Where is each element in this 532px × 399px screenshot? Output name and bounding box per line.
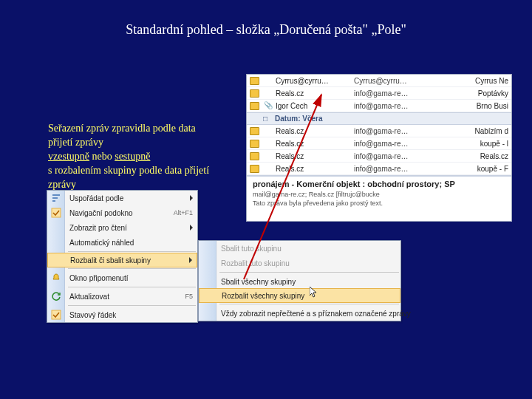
mail-email: info@gama-re… xyxy=(354,165,428,173)
menu-item[interactable]: Zobrazit pro čtení xyxy=(47,220,197,235)
submenu-item-label: Sbalit tuto skupinu xyxy=(221,245,282,253)
menu-item-label: Zobrazit pro čtení xyxy=(69,224,127,232)
mail-email: info@gama-re… xyxy=(354,89,428,98)
desc-asc: vzestupně xyxy=(48,151,89,162)
menu-item[interactable]: Stavový řádek xyxy=(47,307,197,322)
menu-item-label: Okno připomenutí xyxy=(69,274,129,282)
mail-icon xyxy=(250,165,259,173)
preview-subject: pronájem - Komerční objekt : obchodní pr… xyxy=(253,180,505,188)
mail-icon xyxy=(250,102,259,110)
refresh-icon xyxy=(50,290,62,302)
mail-row[interactable]: Reals.czinfo@gama-re…Poptávky xyxy=(247,87,511,100)
mail-row[interactable]: Reals.czinfo@gama-re…Nabízím d xyxy=(247,125,511,137)
submenu-item-label: Rozbalit všechny skupiny xyxy=(222,292,304,300)
preview-meta1: mail@gama-re.cz; Reals.cz [filtrujc@buck… xyxy=(253,191,505,198)
desc-desc: sestupně xyxy=(115,151,150,162)
blank-icon xyxy=(51,255,63,267)
menu-item[interactable]: Automatický náhled xyxy=(47,235,197,250)
menu-item-label: Stavový řádek xyxy=(69,311,116,319)
menu-separator xyxy=(68,305,196,306)
view-context-menu: Uspořádat podleNavigační podoknoAlt+F1Zo… xyxy=(47,190,198,323)
mail-email: info@gama-re… xyxy=(354,152,428,160)
mail-icon xyxy=(250,127,259,135)
bell-icon xyxy=(50,272,62,284)
svg-rect-1 xyxy=(52,310,61,319)
mail-email: info@gama-re… xyxy=(354,127,428,135)
submenu-item-label: Rozbalit tuto skupinu xyxy=(221,259,290,267)
submenu-arrow-icon xyxy=(190,225,193,231)
mail-from: Reals.cz xyxy=(276,89,349,98)
menu-item[interactable]: Rozbalit či sbalit skupiny xyxy=(47,253,197,267)
check-icon xyxy=(50,207,62,219)
group-header-text: Datum: Včera xyxy=(275,115,322,123)
submenu-arrow-icon xyxy=(189,257,192,263)
mail-icon xyxy=(250,77,259,85)
mail-from: Reals.cz xyxy=(276,127,349,135)
attachment-icon: 📎 xyxy=(264,101,271,110)
mail-from: Reals.cz xyxy=(276,165,349,173)
menu-hotkey: F5 xyxy=(185,293,193,300)
desc-line3: s rozbalením skupiny podle data přijetí … xyxy=(48,164,218,192)
mail-subject: Cyrrus Ne xyxy=(432,77,508,85)
submenu-item: Rozbalit tuto skupinu xyxy=(199,256,400,270)
mail-subject: Reals.cz xyxy=(432,152,508,160)
menu-item-label: Automatický náhled xyxy=(69,239,134,247)
blank-icon xyxy=(50,222,62,233)
menu-item-label: Aktualizovat xyxy=(69,293,109,301)
mail-icon xyxy=(250,89,259,98)
menu-item[interactable]: AktualizovatF5 xyxy=(47,289,197,304)
menu-item-label: Navigační podokno xyxy=(69,209,133,217)
menu-item[interactable]: Uspořádat podle xyxy=(47,191,197,205)
mail-icon xyxy=(250,140,259,148)
mail-subject: Poptávky xyxy=(432,89,508,98)
menu-separator xyxy=(68,268,196,269)
menu-separator xyxy=(219,272,399,273)
submenu-item-label: Sbalit všechny skupiny xyxy=(221,278,296,286)
preview-meta2: Tato zpráva byla převedena jako prostý t… xyxy=(253,200,505,207)
mail-row[interactable]: 📎Igor Čechinfo@gama-re…Brno Busi xyxy=(247,100,511,112)
submenu-item[interactable]: Sbalit všechny skupiny xyxy=(199,274,400,289)
slide-description: Seřazení zpráv zpravidla podle data přij… xyxy=(48,122,218,191)
mail-from: Reals.cz xyxy=(276,152,349,160)
mail-subject: koupě - F xyxy=(432,165,508,173)
mail-email: info@gama-re… xyxy=(354,140,428,148)
mouse-cursor-icon xyxy=(310,287,318,299)
mail-from: Cyrrus@cyrru… xyxy=(276,77,349,85)
blank-icon xyxy=(50,236,62,248)
menu-separator xyxy=(219,304,399,304)
submenu-item[interactable]: Vždy zobrazit nepřečtené a s příznakem o… xyxy=(199,306,400,321)
mail-row[interactable]: Reals.czinfo@gama-re…koupě - F xyxy=(247,163,511,175)
submenu-item: Sbalit tuto skupinu xyxy=(199,241,400,256)
mail-from: Igor Čech xyxy=(276,102,349,110)
slide-title: Standardní pohled – složka „Doručená poš… xyxy=(0,0,532,38)
menu-separator xyxy=(68,251,196,252)
inbox-panel: Cyrrus@cyrru…Cyrrus@cyrru…Cyrrus NeReals… xyxy=(246,74,512,222)
menu-item[interactable]: Okno připomenutí xyxy=(47,270,197,285)
menu-separator xyxy=(68,287,196,287)
mail-subject: Nabízím d xyxy=(432,127,508,135)
submenu-item-label: Vždy zobrazit nepřečtené a s příznakem o… xyxy=(221,310,411,318)
mail-row[interactable]: Reals.czinfo@gama-re…koupě - l xyxy=(247,137,511,150)
mail-row[interactable]: Reals.czinfo@gama-re…Reals.cz xyxy=(247,150,511,163)
desc-line1: Seřazení zpráv zpravidla podle data přij… xyxy=(48,122,218,150)
submenu-item[interactable]: Rozbalit všechny skupiny xyxy=(199,288,400,303)
mail-from: Reals.cz xyxy=(276,140,349,148)
mail-subject: Brno Busi xyxy=(432,102,508,110)
sort-icon xyxy=(50,192,62,204)
mail-email: Cyrrus@cyrru… xyxy=(354,77,428,85)
expand-collapse-submenu: Sbalit tuto skupinuRozbalit tuto skupinu… xyxy=(198,240,401,321)
submenu-arrow-icon xyxy=(190,195,193,201)
mail-row[interactable]: Cyrrus@cyrru…Cyrrus@cyrru…Cyrrus Ne xyxy=(247,75,511,87)
check-icon xyxy=(50,309,62,321)
reading-pane: pronájem - Komerční objekt : obchodní pr… xyxy=(247,175,511,211)
mail-subject: koupě - l xyxy=(432,140,508,148)
mail-icon xyxy=(250,152,259,160)
inbox-group-header[interactable]: □Datum: Včera xyxy=(247,112,511,125)
mail-email: info@gama-re… xyxy=(354,102,428,110)
menu-item-label: Rozbalit či sbalit skupiny xyxy=(70,256,151,265)
menu-item[interactable]: Navigační podoknoAlt+F1 xyxy=(47,205,197,220)
menu-hotkey: Alt+F1 xyxy=(174,209,193,216)
svg-rect-0 xyxy=(52,208,61,217)
menu-item-label: Uspořádat podle xyxy=(69,194,123,202)
